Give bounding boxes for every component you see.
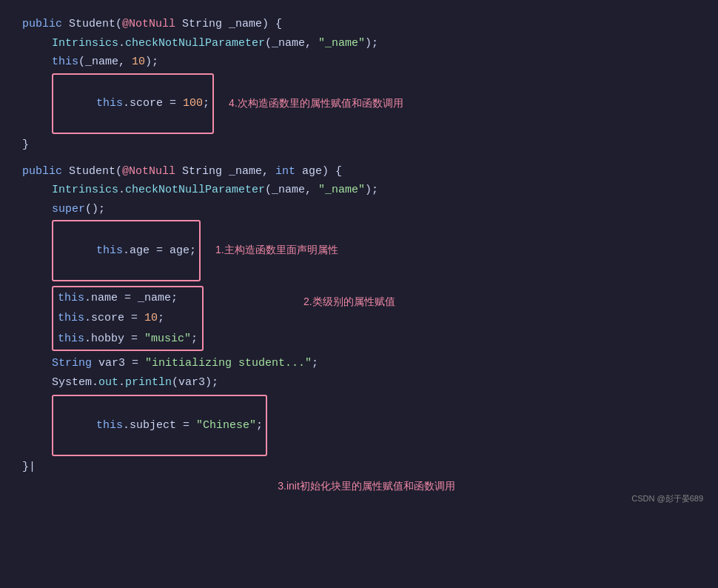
highlight-group-class-props: this.name = _name; this.score = 10; this… <box>52 286 204 352</box>
str-init: "initializing student..." <box>145 354 312 373</box>
code-line-17: }| <box>22 458 696 477</box>
code-line-12: this.score = 10; <box>58 309 198 328</box>
check-method-2: checkNotNullParameter <box>125 181 265 200</box>
highlight-box-class-props: this.name = _name; this.score = 10; this… <box>52 286 204 352</box>
annotation-label-4: 4.次构造函数里的属性赋值和函数调用 <box>229 95 403 113</box>
super-call: super <box>52 200 85 219</box>
highlight-box-age: this.age = age; <box>52 220 201 281</box>
num-100: 100 <box>183 97 203 110</box>
this-kw-age: this <box>96 244 123 257</box>
kw-int: int <box>275 162 295 181</box>
code-line-13: this.hobby = "music"; <box>58 330 198 349</box>
this-kw-hobby: this <box>58 330 84 349</box>
dot1: . <box>118 34 125 53</box>
dot-subject: . <box>123 419 130 432</box>
this-args: (_name, <box>78 53 132 72</box>
println-method: println <box>125 373 172 392</box>
dot-hobby: . <box>84 330 91 349</box>
close-brace-2: }| <box>22 458 36 477</box>
str-music: "music" <box>144 330 191 349</box>
code-line-4: this.score = 100; 4.次构造函数里的属性赋值和函数调用 <box>52 73 696 135</box>
code-line-14: String var3 = "initializing student..."; <box>52 354 696 373</box>
semi-score2: ; <box>158 309 164 328</box>
highlight-box-score100: this.score = 100; <box>52 73 214 135</box>
code-line-11: this.name = _name; <box>58 289 198 308</box>
check-method: checkNotNullParameter <box>125 34 265 53</box>
class-name: Student( <box>69 15 122 34</box>
annotation-label-1: 1.主构造函数里面声明属性 <box>215 241 338 259</box>
this-kw-score: this <box>96 97 123 110</box>
code-line-blank <box>22 155 696 162</box>
kw-string: String <box>52 354 92 373</box>
annotation-area-3: 3.init初始化块里的属性赋值和函数调用 <box>22 478 696 497</box>
out-ref: out <box>98 373 118 392</box>
prop-score2: score = <box>91 309 144 328</box>
str-name: "_name" <box>318 34 365 53</box>
code-display: public Student(@NotNull String _name) { … <box>0 0 718 512</box>
intrinsics-2: Intrinsics <box>52 181 118 200</box>
annotation-label-2: 2.类级别的属性赋值 <box>303 293 395 311</box>
var3-decl: var3 = <box>92 354 145 373</box>
dot2: . <box>118 181 125 200</box>
keyword-public-2: public <box>22 162 69 181</box>
close1: ); <box>365 34 378 53</box>
code-line-16: this.subject = "Chinese"; <box>52 395 696 456</box>
semi1: ); <box>145 53 158 72</box>
annotation-notnull: @NotNull <box>122 15 175 34</box>
dot-age: . <box>123 244 130 257</box>
code-line-15: System.out.println(var3); <box>52 373 696 392</box>
annotation-label-3: 3.init初始化块里的属性赋值和函数调用 <box>278 480 455 492</box>
semi-subject: ; <box>256 419 263 432</box>
this-call: this <box>52 53 78 72</box>
this-kw-score2: this <box>58 309 84 328</box>
code-line-10: this.age = age; 1.主构造函数里面声明属性 <box>52 220 696 281</box>
param-type: String _name) { <box>175 15 282 34</box>
class-name-2: Student( <box>69 162 122 181</box>
prop-hobby: hobby = <box>91 330 144 349</box>
prop-name: name = _name; <box>91 289 178 308</box>
str-name-2: "_name" <box>318 181 365 200</box>
num-10: 10 <box>132 53 145 72</box>
code-line-2: Intrinsics.checkNotNullParameter(_name, … <box>52 34 696 53</box>
intrinsics-call: Intrinsics <box>52 34 118 53</box>
println-args: (var3); <box>172 373 218 392</box>
semi-var3: ; <box>312 354 318 373</box>
dot-println: . <box>118 373 125 392</box>
highlight-box-subject: this.subject = "Chinese"; <box>52 395 267 456</box>
semi-hobby: ; <box>191 330 198 349</box>
code-line-8: Intrinsics.checkNotNullParameter(_name, … <box>52 181 696 200</box>
code-line-1: public Student(@NotNull String _name) { <box>22 15 696 34</box>
semi-score: ; <box>203 97 209 110</box>
dot-score2: . <box>84 309 91 328</box>
super-parens: (); <box>85 200 105 219</box>
num-10b: 10 <box>144 309 158 328</box>
this-kw-subject: this <box>96 419 123 432</box>
code-line-7: public Student(@NotNull String _name, in… <box>22 162 696 181</box>
watermark: CSDN @彭于晏689 <box>631 492 703 506</box>
code-line-9: super(); <box>52 200 696 219</box>
prop-score: score = <box>130 97 183 110</box>
str-chinese: "Chinese" <box>196 419 256 432</box>
prop-subject: subject = <box>130 419 196 432</box>
close-brace-1: } <box>22 136 29 155</box>
prop-age: age = age; <box>130 244 196 257</box>
annotation-notnull-2: @NotNull <box>122 162 175 181</box>
args1: (_name, <box>265 34 318 53</box>
dot-score: . <box>123 97 130 110</box>
args2: (_name, <box>265 181 318 200</box>
this-kw-name: this <box>58 289 84 308</box>
close2: ); <box>365 181 378 200</box>
param-age: age) { <box>295 162 342 181</box>
code-line-5: } <box>22 136 696 155</box>
dot-name: . <box>84 289 91 308</box>
params-2: String _name, <box>175 162 275 181</box>
system-out: System. <box>52 373 98 392</box>
keyword-public: public <box>22 15 69 34</box>
code-line-3: this(_name, 10); <box>52 53 696 72</box>
